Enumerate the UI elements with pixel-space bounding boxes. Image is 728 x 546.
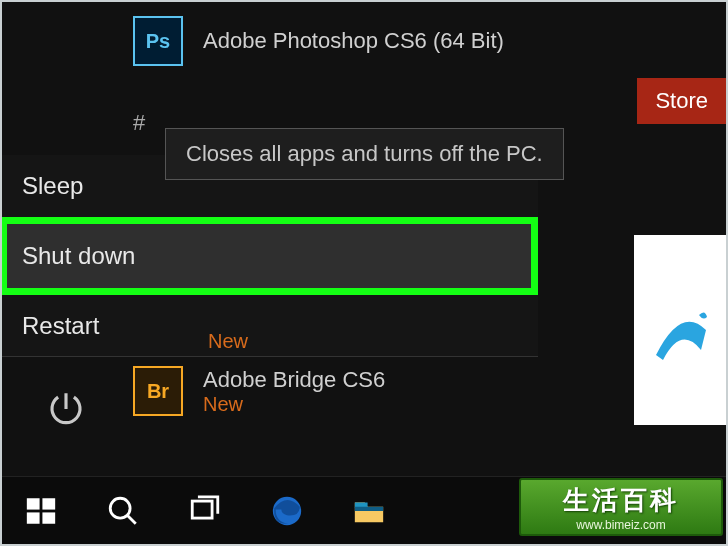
edge-browser-button[interactable]	[246, 477, 328, 545]
power-menu: Sleep Shut down Restart	[0, 155, 538, 357]
photoshop-icon: Ps	[133, 16, 183, 66]
power-icon[interactable]	[45, 388, 87, 434]
app-list-item[interactable]: Br Adobe Bridge CS6 New	[133, 366, 385, 416]
shutdown-tooltip: Closes all apps and turns off the PC.	[165, 128, 564, 180]
svg-rect-9	[355, 506, 383, 510]
bridge-icon: Br	[133, 366, 183, 416]
start-button[interactable]	[0, 477, 82, 545]
app-new-label: New	[208, 330, 248, 353]
svg-rect-1	[42, 498, 55, 509]
app-label: Adobe Bridge CS6	[203, 367, 385, 393]
store-button[interactable]: Store	[637, 78, 728, 124]
svg-line-5	[127, 515, 136, 524]
file-explorer-button[interactable]	[328, 477, 410, 545]
app-list-item[interactable]: Ps Adobe Photoshop CS6 (64 Bit)	[133, 16, 504, 66]
power-restart[interactable]: Restart	[0, 295, 538, 357]
task-view-button[interactable]	[164, 477, 246, 545]
watermark-title: 生活百科	[563, 483, 679, 518]
power-shutdown[interactable]: Shut down	[0, 217, 538, 295]
svg-rect-0	[27, 498, 40, 509]
app-label: Adobe Photoshop CS6 (64 Bit)	[203, 28, 504, 54]
app-tile[interactable]	[634, 235, 728, 425]
watermark-url: www.bimeiz.com	[576, 518, 665, 532]
svg-point-4	[110, 498, 130, 518]
section-hash: #	[133, 110, 145, 136]
svg-rect-3	[42, 512, 55, 523]
app-new-label: New	[203, 393, 385, 416]
search-button[interactable]	[82, 477, 164, 545]
svg-rect-2	[27, 512, 40, 523]
svg-rect-6	[192, 501, 212, 518]
watermark: 生活百科 www.bimeiz.com	[519, 478, 723, 536]
